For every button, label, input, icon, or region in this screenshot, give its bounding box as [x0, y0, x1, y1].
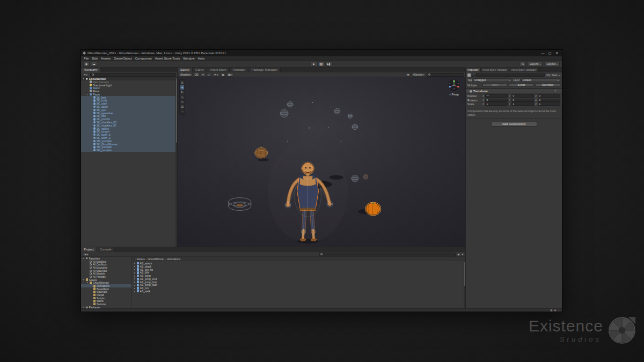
snap-toggle-icon[interactable]: ◈ — [406, 73, 411, 77]
scene-tab[interactable]: Animator — [230, 68, 248, 72]
expand-arrow-icon[interactable]: ▾ — [86, 281, 89, 284]
layers-dropdown[interactable]: Layers▾ — [528, 62, 543, 67]
inspector-tab[interactable]: Inspector — [466, 68, 481, 72]
x-value-field[interactable]: — — [485, 94, 508, 98]
scene-viewport[interactable]: ◎+↻◇▭⊞⋯ — [178, 77, 465, 247]
y-value-field[interactable]: 1 — [511, 102, 534, 106]
breadcrumb-item[interactable]: Assets — [134, 257, 145, 261]
2d-toggle[interactable]: 2D — [194, 73, 199, 77]
menu-item[interactable]: Help — [196, 56, 206, 61]
menu-item[interactable]: GameObject — [112, 56, 134, 61]
menu-item[interactable]: Component — [134, 56, 153, 61]
move-tool[interactable]: + — [180, 85, 184, 90]
gizmos-dropdown[interactable]: Gizmos▾ — [412, 73, 426, 77]
menu-item[interactable]: Asset Store Tools — [153, 56, 182, 61]
scene-search-input[interactable] — [427, 73, 464, 77]
expand-arrow-icon[interactable]: ▸ — [134, 271, 136, 274]
project-tab[interactable]: Project — [81, 247, 97, 252]
kebab-menu-icon[interactable]: ⋮ — [558, 90, 560, 93]
create-asset-button[interactable]: +▾ — [83, 253, 90, 256]
menu-item[interactable]: Edit — [91, 56, 99, 61]
project-tab[interactable]: Console — [97, 247, 115, 252]
saved-search-icon[interactable]: ★ — [462, 253, 464, 256]
layout-dropdown[interactable]: Layout▾ — [544, 62, 560, 67]
scene-tab[interactable]: Scene — [178, 68, 193, 72]
files-scrollbar[interactable] — [464, 261, 465, 308]
grid-dropdown[interactable]: ▦▾ — [226, 73, 234, 77]
global-search-button[interactable] — [519, 62, 526, 67]
tag-dropdown[interactable]: Untagged▾ — [473, 78, 512, 82]
expand-arrow-icon[interactable]: ▸ — [134, 284, 136, 286]
lighting-toggle-icon[interactable]: ☀ — [201, 73, 206, 77]
perspective-label[interactable]: < Persp — [446, 93, 462, 96]
y-value-field[interactable]: 0 — [511, 94, 534, 98]
expand-arrow-icon[interactable]: ▸ — [134, 265, 136, 268]
gameobject-name-field[interactable] — [475, 73, 545, 77]
pause-button[interactable]: ▌▌ — [318, 62, 325, 67]
expand-arrow-icon[interactable]: ▾ — [82, 257, 85, 260]
z-value-field[interactable]: 1 — [538, 102, 560, 106]
maximize-button[interactable]: ▢ — [546, 50, 553, 56]
hidden-objects-toggle-icon[interactable]: ◉ — [221, 73, 225, 77]
view-tool[interactable]: ◎ — [180, 80, 184, 85]
hierarchy-scrollbar[interactable] — [175, 77, 177, 247]
add-component-button[interactable]: Add Component — [491, 122, 537, 127]
expand-arrow-icon[interactable]: ▸ — [134, 275, 136, 277]
expand-arrow-icon[interactable]: ▸ — [134, 277, 136, 280]
z-value-field[interactable]: 0 — [538, 99, 560, 102]
menu-item[interactable]: Assets — [99, 56, 112, 61]
close-button[interactable]: ✕ — [553, 50, 560, 56]
draw-mode-dropdown[interactable]: Shaded▾ — [179, 73, 193, 77]
scale-tool[interactable]: ◇ — [180, 95, 184, 99]
scene-tab[interactable]: Package Manager — [248, 68, 281, 72]
minimize-button[interactable]: — — [539, 50, 546, 56]
search-by-type-icon[interactable]: ◉ — [457, 253, 459, 256]
z-value-field[interactable]: 0 — [538, 94, 560, 98]
scene-tab[interactable]: Asset Store — [207, 68, 230, 72]
prefab-button[interactable]: Overrides — [535, 83, 560, 87]
inspector-tab[interactable]: Asset Store Uploader — [509, 68, 539, 72]
layer-dropdown[interactable]: Default▾ — [521, 78, 560, 82]
rect-tool[interactable]: ▭ — [180, 100, 184, 104]
status-icon[interactable]: ◉ — [554, 309, 557, 312]
transform-component-header[interactable]: ▾ ⊞ Transform ? ⋮ — [466, 88, 562, 93]
status-icon[interactable]: ▦ — [550, 309, 552, 312]
breadcrumb-item[interactable]: Animations — [164, 257, 180, 261]
asset-row[interactable]: ▸ AS_walk — [132, 290, 465, 293]
account-icon[interactable]: ◉ — [83, 62, 90, 67]
inspector-tab[interactable]: Asset Store Validator — [481, 68, 510, 72]
prefab-button[interactable]: Open — [482, 83, 508, 87]
step-button[interactable]: ▶▌ — [326, 62, 333, 67]
expand-arrow-icon[interactable]: ▸ — [134, 280, 136, 283]
active-checkbox[interactable] — [472, 74, 474, 77]
x-value-field[interactable]: 0 — [485, 99, 508, 102]
scene-tab[interactable]: Game — [193, 68, 207, 72]
expand-arrow-icon[interactable]: ▾ — [86, 93, 89, 96]
y-value-field[interactable]: 0 — [511, 99, 534, 102]
rotate-tool[interactable]: ↻ — [180, 90, 184, 94]
x-value-field[interactable]: 1 — [485, 102, 508, 106]
expand-arrow-icon[interactable]: ▸ — [134, 290, 136, 293]
transform-tool[interactable]: ⊞ — [180, 105, 184, 109]
expand-arrow-icon[interactable]: ▸ — [134, 262, 136, 264]
status-icon[interactable]: ⋮ — [558, 309, 561, 312]
expand-arrow-icon[interactable]: ▸ — [134, 268, 136, 271]
breadcrumb-item[interactable]: GhoulWoman — [145, 257, 164, 261]
tab-hierarchy[interactable]: Hierarchy — [81, 68, 101, 72]
foldout-icon[interactable]: ▾ — [467, 90, 469, 92]
project-search-input[interactable] — [319, 253, 456, 256]
play-button[interactable]: ▶ — [311, 62, 318, 67]
effects-dropdown[interactable]: ✦▾ — [213, 73, 219, 77]
static-dropdown-icon[interactable]: ▾ — [559, 74, 560, 77]
kebab-menu-icon[interactable]: ⋮ — [556, 68, 562, 72]
audio-toggle-icon[interactable]: ♪ — [207, 73, 211, 77]
expand-arrow-icon[interactable]: ▾ — [82, 278, 85, 282]
cloud-icon[interactable]: ☁ — [91, 62, 97, 67]
hierarchy-row[interactable]: SM_pumpkin — [81, 149, 177, 152]
custom-tool[interactable]: ⋯ — [180, 109, 184, 114]
expand-arrow-icon[interactable]: ▸ — [134, 287, 136, 290]
create-object-button[interactable]: +▾ — [82, 73, 89, 77]
menu-item[interactable]: Window — [181, 56, 196, 61]
expand-arrow-icon[interactable]: ▾ — [82, 77, 85, 80]
menu-item[interactable]: File — [82, 56, 91, 61]
